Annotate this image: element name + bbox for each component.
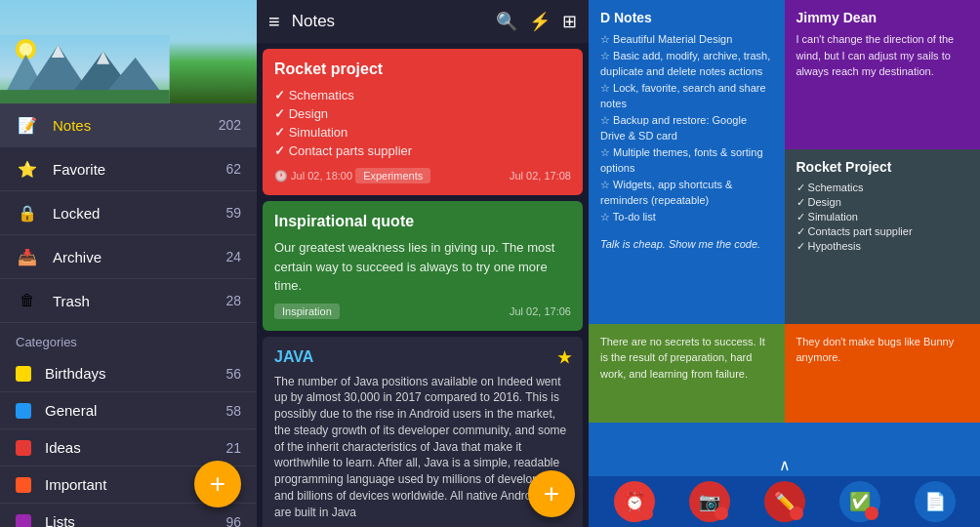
sidebar-header-bg	[0, 0, 257, 103]
notes-icon: 📝	[16, 113, 39, 137]
nav-lists-count: 96	[225, 514, 241, 528]
nav-archive-count: 24	[225, 249, 241, 264]
nav-fav-count: 62	[225, 161, 241, 177]
search-icon[interactable]: 🔍	[496, 11, 517, 32]
checklist-item: Design	[274, 104, 571, 123]
nav-lists-label: Lists	[45, 513, 225, 527]
nav-birthdays-label: Birthdays	[45, 365, 225, 382]
widget-quote-code: Talk is cheap. Show me the code.	[600, 236, 773, 253]
grid-icon[interactable]: ⊞	[562, 11, 577, 32]
widget-preparation-body: There are no secrets to success. It is t…	[600, 334, 773, 383]
right-panel: D Notes ☆ Beautiful Material Design ☆ Ba…	[589, 0, 980, 527]
lists-dot	[16, 514, 31, 528]
widget-checklist-item: Contacts part supplier	[796, 224, 969, 239]
edit-badge	[790, 507, 803, 520]
nav-item-general[interactable]: General 58	[0, 392, 257, 429]
add-note-fab-left[interactable]: +	[194, 461, 241, 507]
note-date-rocket: Jul 02, 17:08	[510, 170, 571, 182]
nav-trash-count: 28	[225, 293, 241, 308]
nav-item-trash[interactable]: 🗑 Trash 28	[0, 279, 257, 323]
note-footer-quote: Inspiration Jul 02, 17:06	[274, 304, 571, 319]
left-sidebar: 📝 Notes 202 ⭐ Favorite 62 🔒 Locked 59 📥 …	[0, 0, 257, 527]
widget-dnotes-title: D Notes	[600, 10, 773, 25]
nav-locked-count: 59	[225, 205, 241, 221]
birthdays-dot	[16, 366, 31, 382]
chevron-up-icon[interactable]: ∧	[779, 456, 791, 474]
note-footer-rocket: 🕐 Jul 02, 18:00 Experiments Jul 02, 17:0…	[274, 168, 571, 183]
sort-icon[interactable]: ⚡	[529, 11, 551, 32]
widget-grid: D Notes ☆ Beautiful Material Design ☆ Ba…	[589, 0, 980, 453]
nav-general-count: 58	[225, 403, 241, 419]
star-icon: ★	[557, 348, 571, 367]
archive-icon: 📥	[16, 245, 39, 268]
note-icon: 📄	[924, 491, 946, 512]
hamburger-icon[interactable]: ≡	[268, 11, 280, 33]
widget-rocket-checklist: Schematics Design Simulation Contacts pa…	[796, 181, 969, 254]
nav-item-favorite[interactable]: ⭐ Favorite 62	[0, 147, 257, 191]
widget-jimmy[interactable]: Jimmy Dean I can't change the direction …	[785, 0, 981, 149]
widget-dnotes-body: ☆ Beautiful Material Design ☆ Basic add,…	[600, 31, 773, 224]
widget-bottom-bar: ⏰ 📷 ✏️ ✅ 📄	[589, 476, 980, 527]
checklist-item: Schematics	[274, 86, 571, 104]
general-dot	[16, 403, 31, 419]
note-title-quote: Inspirational quote	[274, 213, 571, 230]
checklist-item: Simulation	[274, 123, 571, 142]
collapse-bar[interactable]: ∧	[589, 453, 980, 476]
note-title-java: JAVA ★	[274, 348, 571, 366]
alarm-badge	[639, 507, 653, 520]
note-button[interactable]: 📄	[915, 481, 956, 522]
widget-dnotes[interactable]: D Notes ☆ Beautiful Material Design ☆ Ba…	[589, 0, 785, 324]
favorite-icon: ⭐	[16, 157, 39, 181]
nav-archive-label: Archive	[53, 249, 225, 265]
middle-panel: ≡ Notes 🔍 ⚡ ⊞ Rocket project Schematics …	[257, 0, 589, 527]
checklist-item: Contact parts supplier	[274, 142, 571, 160]
trash-icon: 🗑	[16, 289, 39, 312]
widget-checklist-item: Schematics	[796, 181, 969, 195]
nav-item-birthdays[interactable]: Birthdays 56	[0, 355, 257, 392]
ideas-dot	[16, 440, 31, 456]
middle-header: ≡ Notes 🔍 ⚡ ⊞	[257, 0, 589, 43]
note-card-quote[interactable]: Inspirational quote Our greatest weaknes…	[263, 201, 583, 331]
middle-title: Notes	[292, 12, 484, 31]
nav-item-locked[interactable]: 🔒 Locked 59	[0, 191, 257, 235]
widget-rocket-title: Rocket Project	[796, 159, 969, 175]
note-tag-experiments: Experiments	[355, 168, 430, 183]
widget-bunny-body: They don't make bugs like Bunny anymore.	[796, 334, 969, 366]
note-tag-inspiration: Inspiration	[274, 304, 340, 319]
checklist-badge	[865, 507, 878, 520]
nav-general-label: General	[45, 402, 225, 419]
widget-jimmy-body: I can't change the direction of the wind…	[796, 31, 969, 80]
clock-icon: 🕐	[274, 170, 288, 182]
note-card-rocket[interactable]: Rocket project Schematics Design Simulat…	[263, 49, 583, 195]
notes-list: Rocket project Schematics Design Simulat…	[257, 43, 589, 527]
alarm-button[interactable]: ⏰	[614, 481, 655, 522]
edit-button[interactable]: ✏️	[764, 481, 805, 522]
add-note-fab-middle[interactable]: +	[528, 470, 575, 517]
svg-point-2	[20, 43, 32, 56]
note-date-quote: Jul 02, 17:06	[510, 305, 571, 317]
checklist-button[interactable]: ✅	[839, 481, 880, 522]
nav-notes-label: Notes	[53, 117, 219, 134]
widget-bunny[interactable]: They don't make bugs like Bunny anymore.	[785, 324, 981, 423]
nav-item-archive[interactable]: 📥 Archive 24	[0, 235, 257, 279]
widget-checklist-item: Design	[796, 195, 969, 210]
note-body-quote: Our greatest weakness lies in giving up.…	[274, 238, 571, 296]
categories-title: Categories	[0, 323, 257, 355]
nav-notes-count: 202	[219, 117, 241, 133]
important-dot	[16, 477, 31, 493]
camera-button[interactable]: 📷	[689, 481, 730, 522]
widget-checklist-item: Simulation	[796, 210, 969, 224]
widget-rocket[interactable]: Rocket Project Schematics Design Simulat…	[785, 149, 981, 324]
nav-fav-label: Favorite	[53, 161, 225, 178]
note-body-java: The number of Java positions available o…	[274, 374, 571, 521]
note-title-rocket: Rocket project	[274, 61, 571, 78]
nav-birthdays-count: 56	[225, 366, 241, 382]
camera-badge	[715, 507, 728, 520]
widget-preparation[interactable]: There are no secrets to success. It is t…	[589, 324, 785, 423]
nav-ideas-count: 21	[225, 440, 241, 456]
widget-checklist-item: Hypothesis	[796, 239, 969, 254]
nav-item-notes[interactable]: 📝 Notes 202	[0, 103, 257, 147]
nav-ideas-label: Ideas	[45, 439, 225, 456]
svg-rect-9	[0, 90, 170, 103]
rocket-checklist: Schematics Design Simulation Contact par…	[274, 86, 571, 160]
